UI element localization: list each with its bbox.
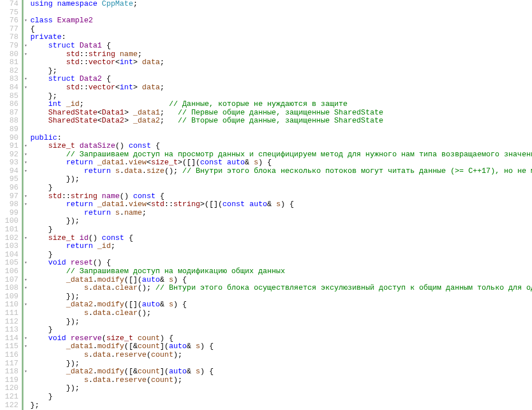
code-line[interactable]: std::vector<int> data;	[30, 58, 532, 67]
fold-toggle[interactable]	[23, 200, 28, 209]
fold-toggle[interactable]	[23, 334, 28, 343]
fold-toggle[interactable]	[23, 192, 28, 201]
line-number: 97	[0, 192, 19, 201]
code-line[interactable]: size_t id() const {	[30, 234, 532, 243]
code-line[interactable]: struct Data2 {	[30, 75, 532, 84]
code-line[interactable]: _data2.modify([&count](auto& s) {	[30, 368, 532, 376]
code-line[interactable]: public:	[30, 134, 532, 143]
code-line[interactable]: return _data1.view<size_t>([](const auto…	[30, 159, 532, 167]
code-line[interactable]: return s.data.size(); // Внутри этого бл…	[30, 167, 532, 176]
line-number: 79	[0, 42, 19, 50]
line-number: 121	[0, 393, 19, 401]
line-number: 101	[0, 226, 19, 234]
code-line[interactable]: void reset() {	[30, 259, 532, 267]
fold-toggle	[23, 309, 28, 318]
code-line[interactable]: }	[30, 251, 532, 259]
line-number: 116	[0, 351, 19, 360]
fold-toggle	[23, 226, 28, 234]
code-line[interactable]: }	[30, 393, 532, 401]
fold-toggle	[23, 184, 28, 192]
code-line[interactable]: s.data.clear(); // Внтури этого блока ос…	[30, 284, 532, 293]
fold-toggle[interactable]	[23, 284, 28, 293]
code-line[interactable]	[30, 9, 532, 17]
code-line[interactable]: class Example2	[30, 17, 532, 25]
fold-toggle[interactable]	[23, 50, 28, 59]
line-number: 84	[0, 84, 19, 92]
code-line[interactable]: size_t dataSize() const {	[30, 142, 532, 151]
code-line[interactable]: s.data.reserve(count);	[30, 376, 532, 385]
fold-toggle	[23, 92, 28, 101]
line-number: 120	[0, 384, 19, 393]
line-number: 74	[0, 0, 19, 9]
fold-column[interactable]	[22, 0, 28, 410]
code-line[interactable]: });	[30, 293, 532, 301]
fold-toggle[interactable]	[23, 234, 28, 243]
code-line[interactable]: };	[30, 92, 532, 101]
code-line[interactable]: void reserve(size_t count) {	[30, 334, 532, 343]
code-line[interactable]: }	[30, 226, 532, 234]
code-line[interactable]: struct Data1 {	[30, 42, 532, 50]
code-line[interactable]: _data1.modify([](auto& s) {	[30, 276, 532, 285]
code-line[interactable]: s.data.clear();	[30, 309, 532, 318]
fold-toggle[interactable]	[23, 167, 28, 176]
code-line[interactable]: using namespace CppMate;	[30, 0, 532, 9]
line-number: 106	[0, 267, 19, 276]
line-number: 90	[0, 134, 19, 143]
fold-toggle[interactable]	[23, 75, 28, 84]
code-line[interactable]: }	[30, 326, 532, 334]
code-line[interactable]: _data2.modify([](auto& s) {	[30, 301, 532, 309]
line-number: 87	[0, 109, 19, 117]
code-line[interactable]: int _id; // Данные, которые не нуждаются…	[30, 100, 532, 109]
line-number-gutter: 7475767778798081828384858687888990919293…	[0, 0, 22, 410]
code-line[interactable]: };	[30, 401, 532, 410]
code-line[interactable]: });	[30, 360, 532, 368]
code-line[interactable]: std::vector<int> data;	[30, 84, 532, 92]
line-number: 105	[0, 259, 19, 267]
code-line[interactable]: private:	[30, 33, 532, 42]
code-line[interactable]: _data1.modify([&count](auto& s) {	[30, 342, 532, 351]
code-line[interactable]: }	[30, 184, 532, 192]
code-line[interactable]: SharedState<Data1> _data1; // Первые общ…	[30, 109, 532, 117]
code-line[interactable]: return s.name;	[30, 209, 532, 218]
code-editor-content[interactable]: using namespace CppMate;class Example2{p…	[28, 0, 532, 410]
fold-toggle[interactable]	[23, 342, 28, 351]
code-line[interactable]: std::string name() const {	[30, 192, 532, 201]
code-line[interactable]: {	[30, 25, 532, 34]
code-line[interactable]: };	[30, 67, 532, 76]
code-line[interactable]: return _data1.view<std::string>([](const…	[30, 200, 532, 209]
line-number: 98	[0, 200, 19, 209]
line-number: 114	[0, 334, 19, 343]
code-line[interactable]: // Запрашиваем доступ на модификацию общ…	[30, 267, 532, 276]
code-line[interactable]: SharedState<Data2> _data2; // Вторые общ…	[30, 117, 532, 125]
fold-toggle[interactable]	[23, 259, 28, 267]
line-number: 99	[0, 209, 19, 218]
code-line[interactable]: });	[30, 217, 532, 226]
code-line[interactable]: return _id;	[30, 242, 532, 251]
line-number: 104	[0, 251, 19, 259]
line-number: 113	[0, 326, 19, 334]
code-line[interactable]: std::string name;	[30, 50, 532, 59]
code-line[interactable]: s.data.reserve(count);	[30, 351, 532, 360]
line-number: 88	[0, 117, 19, 125]
fold-toggle	[23, 401, 28, 410]
code-line[interactable]: // Запрашиваем доступ на просмотр данных…	[30, 151, 532, 159]
fold-toggle[interactable]	[23, 159, 28, 167]
fold-toggle[interactable]	[23, 276, 28, 285]
code-line[interactable]: });	[30, 175, 532, 184]
line-number: 103	[0, 242, 19, 251]
fold-toggle[interactable]	[23, 368, 28, 376]
line-number: 83	[0, 75, 19, 84]
fold-toggle	[23, 9, 28, 17]
fold-toggle[interactable]	[23, 301, 28, 309]
fold-toggle[interactable]	[23, 84, 28, 92]
line-number: 122	[0, 401, 19, 410]
fold-toggle[interactable]	[23, 17, 28, 25]
fold-toggle[interactable]	[23, 142, 28, 151]
code-line[interactable]: });	[30, 318, 532, 326]
fold-toggle	[23, 175, 28, 184]
fold-toggle[interactable]	[23, 151, 28, 159]
line-number: 89	[0, 125, 19, 134]
fold-toggle[interactable]	[23, 42, 28, 50]
code-line[interactable]	[30, 125, 532, 134]
code-line[interactable]: });	[30, 384, 532, 393]
